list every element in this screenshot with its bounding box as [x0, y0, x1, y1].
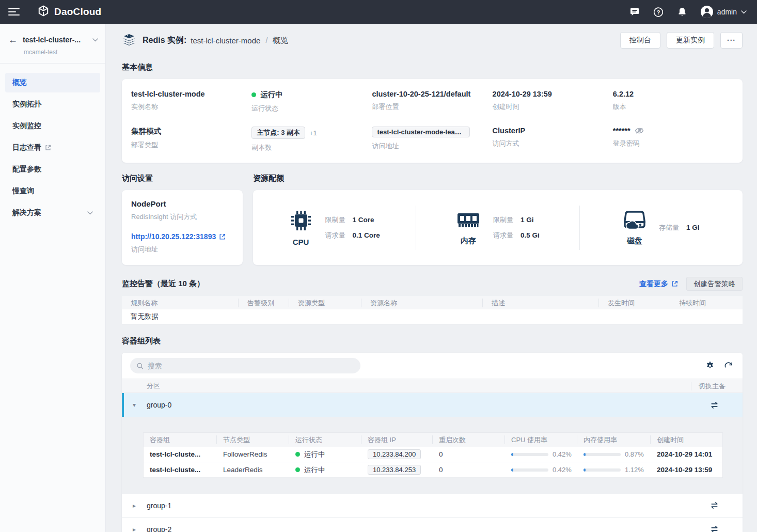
pod-name[interactable]: test-lcl-cluste...: [144, 450, 217, 458]
search-icon: [136, 362, 144, 370]
group-0-details: 容器组 节点类型 运行状态 容器组 IP 重启次数 CPU 使用率 内存使用率 …: [122, 417, 743, 494]
switch-leader-button[interactable]: [691, 401, 743, 410]
instance-switcher[interactable]: ← test-lcl-cluster-...: [8, 35, 98, 44]
eye-off-icon[interactable]: [635, 127, 644, 134]
status-dot-green: [295, 452, 300, 457]
group-row-1[interactable]: ▸ group-1: [122, 494, 743, 518]
alerts-col-resource-type: 资源类型: [289, 299, 361, 307]
breadcrumb-current: 概览: [273, 36, 288, 45]
switch-leader-button[interactable]: [691, 525, 743, 532]
access-url-link[interactable]: http://10.20.25.122:31893: [131, 232, 233, 241]
alerts-title: 监控告警（最近 10 条）: [122, 279, 204, 289]
help-icon[interactable]: ?: [653, 7, 664, 17]
field-deploy-location: cluster-10-20-25-121/default 部署位置: [372, 90, 492, 113]
replica-badge: 主节点: 3 副本: [251, 127, 305, 139]
pod-ip-badge: 10.233.84.253: [368, 465, 421, 475]
sidebar-item-logs[interactable]: 日志查看: [5, 138, 100, 158]
sidebar-item-overview[interactable]: 概览: [5, 73, 100, 92]
field-run-status: 运行中 运行状态: [251, 90, 372, 113]
field-access-mode: ClusterIP 访问方式: [493, 127, 613, 152]
sidebar-item-solutions[interactable]: 解决方案: [5, 203, 100, 223]
chevron-down-icon: [92, 38, 98, 42]
settings-gear-icon[interactable]: [705, 361, 715, 370]
pod-restarts: 0: [433, 466, 505, 474]
alerts-col-rule: 规则名称: [122, 299, 239, 307]
alerts-empty-row: 暂无数据: [122, 309, 743, 324]
collapse-caret-icon[interactable]: ▾: [122, 401, 147, 409]
daocloud-cube-icon: [37, 5, 50, 19]
pod-name[interactable]: test-lcl-cluste...: [144, 466, 217, 474]
disk-storage-icon: [623, 209, 646, 233]
breadcrumb-separator: /: [265, 36, 267, 44]
pods-col-switch: 切换主备: [691, 382, 743, 390]
alerts-col-description: 描述: [483, 299, 599, 307]
notification-bell-icon[interactable]: [677, 7, 687, 17]
refresh-icon[interactable]: [724, 361, 733, 370]
expand-caret-icon[interactable]: ▸: [122, 526, 147, 532]
pod-row: test-lcl-cluste... FollowerRedis 运行中 10.…: [144, 447, 722, 462]
access-url-label: 访问地址: [131, 245, 233, 254]
quota-memory-name: 内存: [461, 236, 476, 246]
page-title: Redis 实例:: [143, 35, 186, 46]
cpu-chip-icon: [289, 209, 313, 234]
more-actions-button[interactable]: ···: [720, 32, 743, 49]
redis-stack-icon: [122, 34, 136, 47]
sidebar-item-slow-query[interactable]: 慢查询: [5, 181, 100, 201]
resource-quota-title: 资源配额: [253, 174, 284, 183]
external-link-icon: [671, 280, 678, 287]
sidebar-item-parameters[interactable]: 配置参数: [5, 160, 100, 179]
search-input[interactable]: [148, 362, 354, 370]
back-arrow-icon[interactable]: ←: [8, 35, 18, 44]
pods-table: 容器组 节点类型 运行状态 容器组 IP 重启次数 CPU 使用率 内存使用率 …: [143, 432, 723, 478]
memory-usage-bar: [583, 453, 621, 456]
field-deploy-type: 集群模式 部署类型: [131, 127, 251, 152]
access-settings-card: NodePort RedisInsight 访问方式 http://10.20.…: [122, 190, 243, 265]
sidebar-item-monitoring[interactable]: 实例监控: [5, 116, 100, 136]
user-menu[interactable]: admin: [701, 6, 747, 18]
field-replicas: 主节点: 3 副本+1 副本数: [251, 127, 372, 152]
topbar: DaoCloud ? admin: [0, 0, 757, 24]
pod-row: test-lcl-cluste... LeaderRedis 运行中 10.23…: [144, 462, 722, 478]
alerts-table: 规则名称 告警级别 资源类型 资源名称 描述 发生时间 持续时间 暂无数据: [122, 296, 743, 324]
cpu-usage-bar: [511, 453, 548, 456]
field-version: 6.2.12 版本: [613, 90, 733, 113]
main-content: Redis 实例: test-lcl-cluster-mode / 概览 控制台…: [106, 24, 757, 532]
field-instance-name: test-lcl-cluster-mode 实例名称: [131, 90, 251, 113]
update-instance-button[interactable]: 更新实例: [667, 32, 714, 49]
console-button[interactable]: 控制台: [620, 32, 660, 49]
quota-disk-name: 磁盘: [627, 236, 642, 246]
pod-created-time: 2024-10-29 14:01: [651, 450, 722, 458]
alerts-col-duration: 持续时间: [670, 299, 743, 307]
basic-info-card: test-lcl-cluster-mode 实例名称 运行中 运行状态 clus…: [122, 79, 743, 163]
search-input-wrapper: [130, 358, 360, 373]
brand-logo[interactable]: DaoCloud: [37, 5, 101, 19]
quota-disk: 磁盘 存储量1 Gi: [580, 209, 743, 246]
group-row-2[interactable]: ▸ group-2: [122, 518, 743, 532]
group-row-0[interactable]: ▾ group-0: [122, 393, 743, 417]
avatar: [701, 6, 713, 18]
create-alert-policy-button[interactable]: 创建告警策略: [686, 277, 743, 291]
alerts-col-level: 告警级别: [239, 299, 289, 307]
pod-node-type: LeaderRedis: [217, 466, 289, 474]
field-password: ****** 登录密码: [613, 127, 733, 152]
pod-restarts: 0: [433, 450, 505, 458]
sidebar-item-topology[interactable]: 实例拓扑: [5, 95, 100, 114]
cpu-usage-bar: [511, 468, 548, 472]
message-icon[interactable]: [629, 7, 640, 17]
pods-panel: 分区 切换主备 ▾ group-0 容器组 节点类型 运行状态 容器组 IP: [122, 353, 743, 532]
switch-leader-button[interactable]: [691, 501, 743, 510]
access-type-label: RedisInsight 访问方式: [131, 212, 233, 222]
pods-col-partition: 分区: [122, 381, 691, 390]
hamburger-menu-icon[interactable]: [8, 6, 20, 18]
field-access-address: test-lcl-cluster-mode-leader-... 访问地址: [372, 127, 492, 152]
status-dot-green: [251, 92, 256, 97]
memory-ram-icon: [456, 209, 481, 233]
user-name: admin: [717, 8, 737, 16]
quota-memory: 内存 限制量1 Gi 请求量0.5 Gi: [416, 209, 579, 246]
pod-ip-badge: 10.233.84.200: [368, 449, 421, 459]
expand-caret-icon[interactable]: ▸: [122, 502, 147, 509]
external-link-icon: [219, 233, 226, 240]
view-more-link[interactable]: 查看更多: [639, 279, 678, 289]
alerts-col-occur-time: 发生时间: [599, 299, 670, 307]
basic-info-title: 基本信息: [122, 62, 743, 72]
